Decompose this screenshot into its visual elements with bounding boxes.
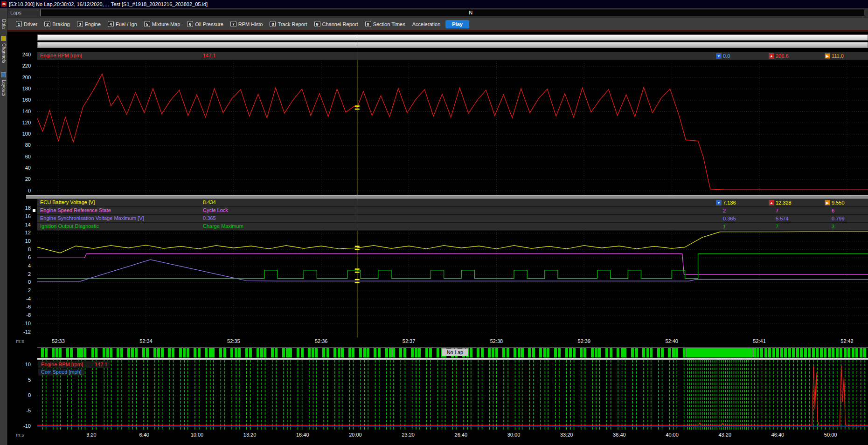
channel-name[interactable]: Ignition Output Diagnostic [40, 223, 99, 229]
chart-rpm-canvas[interactable] [37, 52, 868, 195]
lap-marker-bar [389, 348, 392, 357]
tab-oil-pressure[interactable]: 6Oil Pressure [185, 20, 228, 28]
multi-chart-plot[interactable]: ECU Battery Voltage [V]8.434▼7.136▲12.32… [37, 199, 868, 337]
laps-bar[interactable]: N [40, 9, 864, 16]
chart-separator[interactable] [26, 195, 868, 199]
stat-box: 3 [825, 224, 834, 229]
min-icon: ▼ [716, 53, 722, 59]
tab-number-badge: 8 [270, 21, 276, 27]
sidebar-item-layouts[interactable]: Layouts [1, 80, 7, 96]
channel-name[interactable]: ECU Battery Voltage [V] [40, 199, 95, 205]
tab-label: Braking [52, 21, 69, 27]
lap-marker-bar [514, 348, 516, 357]
lap-marker-bar [558, 348, 561, 357]
lap-marker-bar [70, 348, 73, 357]
tab-label: Engine [85, 21, 101, 27]
y-tick-label: -5 [26, 408, 31, 413]
lap-marker-bar [120, 348, 123, 357]
lap-marker-bar [760, 348, 763, 357]
y-tick-label: 100 [22, 131, 31, 137]
lap-marker-bar [245, 348, 248, 357]
tab-driver[interactable]: 1Driver [14, 20, 42, 28]
x-tick-label: 52:36 [315, 338, 328, 344]
lap-marker-bar [106, 348, 109, 357]
lap-marker-bar [565, 348, 568, 357]
tab-label: RPM Histo [238, 21, 263, 27]
channel-name[interactable]: Engine RPM [rpm] [41, 362, 83, 367]
tab-mixture-map[interactable]: 5Mixture Map [142, 20, 185, 28]
x-tick-label: 23:20 [402, 432, 415, 438]
stat-value: 6 [832, 208, 834, 213]
lap-marker-bar [83, 348, 86, 357]
lap-marker-bar [518, 348, 521, 357]
lap-marker-bar [621, 348, 624, 357]
channel-name[interactable]: Engine Speed Reference State [40, 207, 111, 213]
lap-marker-bar [753, 348, 756, 357]
tab-play[interactable]: Play [445, 20, 469, 28]
stat-value: 7.136 [723, 200, 736, 205]
lap-marker-bar [824, 348, 826, 357]
tab-acceleration[interactable]: Acceleration [410, 21, 445, 28]
overview-chart-plot[interactable]: Engine RPM [rpm] 147.1 Corr Speed [mph] [37, 360, 868, 431]
lap-marker-bar [492, 348, 494, 357]
lap-marker-bar [308, 348, 311, 357]
sidebar-item-data[interactable]: Data [1, 19, 7, 29]
lap-marker-bar [367, 348, 369, 357]
lap-marker-bar [275, 348, 278, 357]
stat-box: 2 [716, 208, 726, 213]
tab-braking[interactable]: 2Braking [42, 20, 74, 28]
lap-marker-bar [352, 348, 354, 357]
y-tick-label: 0 [28, 188, 31, 193]
time-cursor[interactable] [357, 34, 357, 338]
tab-number-badge: 3 [77, 21, 83, 27]
x-tick-label: 30:00 [507, 432, 521, 438]
channel-name[interactable]: Corr Speed [mph] [41, 369, 82, 375]
x-tick-label: 40:00 [666, 432, 679, 438]
tab-section-times[interactable]: 0Section Times [363, 20, 410, 28]
y-tick-label: 2 [28, 271, 31, 277]
channel-cursor-value: 0.365 [203, 215, 216, 221]
overview-legend-rpm: Engine RPM [rpm] 147.1 [38, 361, 110, 368]
lap-marker-bar [617, 348, 619, 357]
lap-marker-bar [429, 348, 432, 357]
channel-cursor-value: 8.434 [203, 199, 216, 205]
lap-marker-bar [415, 348, 417, 357]
x-axis-unit: m:s [16, 432, 24, 438]
tab-track-report[interactable]: 8Track Report [268, 20, 311, 28]
lap-marker-bar [840, 348, 842, 357]
lap-marker-bar [117, 348, 119, 357]
channel-name[interactable]: Engine Synchronisation Voltage Maximum [… [40, 215, 144, 221]
lap-marker-bar [844, 348, 847, 357]
sidebar-item-channels[interactable]: Channels [1, 43, 7, 63]
data-icon[interactable] [1, 36, 6, 41]
trace-0 [37, 74, 868, 190]
channels-icon[interactable] [1, 72, 6, 77]
lap-marker-bar [146, 348, 149, 357]
lap-marker-bar [103, 348, 105, 357]
stat-value: 3 [832, 224, 834, 229]
x-tick-label: 52:33 [52, 338, 65, 344]
chart-ov-canvas[interactable] [37, 360, 868, 431]
time-ribbon[interactable] [37, 34, 868, 41]
y-tick-label: -12 [23, 329, 31, 335]
motec-i2-window: M [53:10.200] No Lap,20:38:02, 16/12/202… [0, 0, 868, 445]
rpm-chart-plot[interactable]: Engine RPM [rpm] 147.1 ▼ 0.0 ▲ 206.6 ▶ 1… [37, 52, 868, 195]
tab-label: Fuel / Ign [116, 21, 137, 27]
main-x-axis: m:s 52:3352:3452:3552:3652:3752:3852:395… [7, 338, 868, 345]
x-tick-label: 13:20 [243, 432, 257, 438]
lap-marker-bar [583, 348, 586, 357]
lap-ribbon[interactable] [37, 42, 868, 48]
lap-marker-bar [91, 348, 94, 357]
lap-marker-bar [194, 348, 196, 357]
lap-marker-bar [768, 348, 771, 357]
y-tick-label: 18 [25, 205, 31, 211]
tab-rpm-histo[interactable]: 7RPM Histo [229, 20, 267, 28]
lap-marker-bar [322, 348, 325, 357]
stat-box: ▲12.328 [769, 200, 792, 205]
tab-fuel-ign[interactable]: 4Fuel / Ign [106, 20, 141, 28]
channel-name[interactable]: Engine RPM [rpm] [40, 53, 82, 58]
tab-channel-report[interactable]: 9Channel Report [312, 20, 362, 28]
tab-engine[interactable]: 3Engine [75, 20, 105, 28]
lap-marker-bar [610, 348, 612, 357]
lap-marker-bar [477, 348, 479, 357]
